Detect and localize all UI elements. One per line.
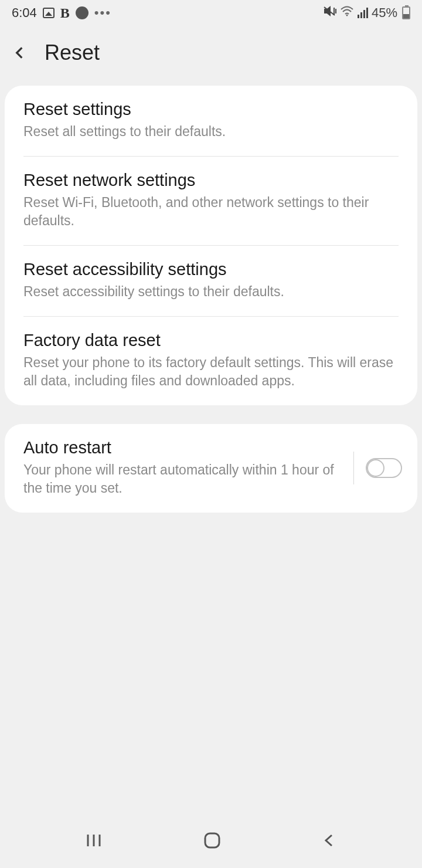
home-button[interactable] <box>202 830 222 853</box>
recents-button[interactable] <box>84 832 103 851</box>
item-desc: Reset Wi-Fi, Bluetooth, and other networ… <box>23 194 399 230</box>
app-dot-icon <box>76 6 89 19</box>
status-left: 6:04 B ••• <box>12 5 111 21</box>
picture-icon <box>43 8 55 18</box>
item-title: Reset network settings <box>23 171 399 190</box>
signal-icon <box>358 8 368 18</box>
navigation-bar <box>0 821 422 868</box>
status-time: 6:04 <box>12 5 37 21</box>
reset-network-item[interactable]: Reset network settings Reset Wi-Fi, Blue… <box>5 157 417 245</box>
bold-b-icon: B <box>60 5 70 21</box>
back-button[interactable] <box>12 45 27 60</box>
auto-restart-card: Auto restart Your phone will restart aut… <box>5 424 417 513</box>
status-right: 45% <box>324 5 410 21</box>
reset-options-card: Reset settings Reset all settings to the… <box>5 86 417 405</box>
item-desc: Reset accessibility settings to their de… <box>23 283 399 301</box>
item-title: Reset settings <box>23 100 399 119</box>
battery-percent: 45% <box>372 5 397 21</box>
auto-restart-item[interactable]: Auto restart Your phone will restart aut… <box>5 424 417 513</box>
mute-vibrate-icon <box>324 5 336 21</box>
back-nav-button[interactable] <box>321 832 338 851</box>
page-title: Reset <box>45 40 100 65</box>
reset-settings-item[interactable]: Reset settings Reset all settings to the… <box>5 86 417 156</box>
toggle-knob <box>367 459 384 477</box>
app-header: Reset <box>0 26 422 86</box>
reset-accessibility-item[interactable]: Reset accessibility settings Reset acces… <box>5 246 417 316</box>
toggle-separator <box>353 452 354 484</box>
auto-restart-toggle[interactable] <box>366 458 402 478</box>
battery-icon <box>402 6 410 19</box>
svg-rect-4 <box>205 833 219 847</box>
factory-reset-item[interactable]: Factory data reset Reset your phone to i… <box>5 317 417 405</box>
auto-restart-text: Auto restart Your phone will restart aut… <box>23 438 353 497</box>
svg-point-0 <box>346 15 348 16</box>
item-desc: Your phone will restart automatically wi… <box>23 461 344 497</box>
item-title: Factory data reset <box>23 331 399 350</box>
status-bar: 6:04 B ••• 45% <box>0 0 422 26</box>
wifi-icon <box>340 5 354 21</box>
more-dots-icon: ••• <box>94 5 111 21</box>
item-desc: Reset your phone to its factory default … <box>23 354 399 390</box>
item-title: Auto restart <box>23 438 344 457</box>
item-desc: Reset all settings to their defaults. <box>23 123 399 141</box>
item-title: Reset accessibility settings <box>23 260 399 279</box>
